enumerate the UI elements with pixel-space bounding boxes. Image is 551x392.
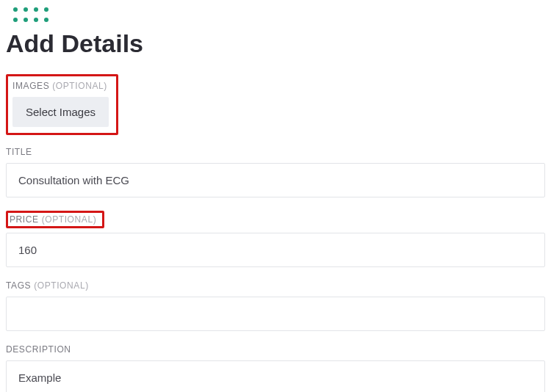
select-images-button[interactable]: Select Images: [12, 97, 109, 127]
description-label: DESCRIPTION: [6, 344, 545, 355]
price-label: PRICE (OPTIONAL): [10, 214, 96, 225]
tags-label: TAGS (OPTIONAL): [6, 280, 545, 291]
price-input[interactable]: [6, 233, 545, 267]
drag-handle-icon: [13, 7, 545, 25]
price-highlight: PRICE (OPTIONAL): [6, 211, 104, 228]
tags-input[interactable]: [6, 297, 545, 331]
title-label: TITLE: [6, 147, 545, 157]
page-title: Add Details: [6, 29, 545, 58]
images-label: IMAGES (OPTIONAL): [12, 81, 109, 91]
images-highlight: IMAGES (OPTIONAL) Select Images: [6, 74, 118, 135]
title-input[interactable]: [6, 163, 545, 197]
description-input[interactable]: [6, 360, 545, 392]
